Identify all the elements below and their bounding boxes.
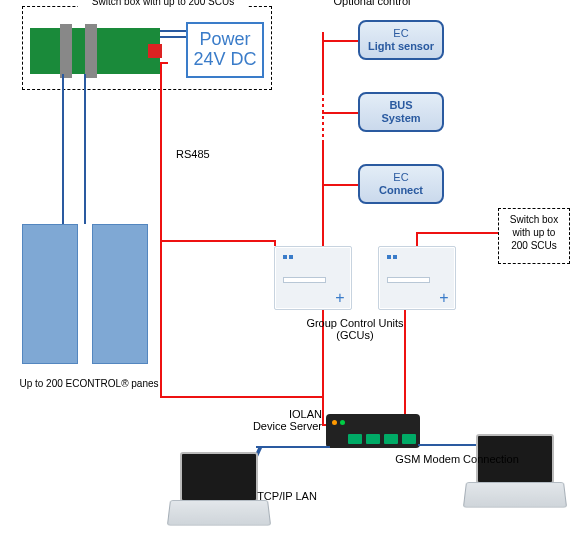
connect-line1: EC xyxy=(360,171,442,184)
iolan-label: IOLAN Device Server xyxy=(236,408,322,432)
power-box: Power 24V DC xyxy=(186,22,264,78)
connect-line2: Connect xyxy=(360,184,442,197)
panes-label: Up to 200 ECONTROL® panes xyxy=(14,378,164,389)
light-line1: EC xyxy=(360,27,442,40)
power-line2: 24V DC xyxy=(188,50,262,70)
bus-line2: System xyxy=(360,112,442,125)
optional-control-label: Optional control xyxy=(322,0,422,7)
power-line1: Power xyxy=(188,30,262,50)
bus-system: BUS System xyxy=(358,92,444,132)
switch-box-1-label: Switch box with up to 200 SCUs xyxy=(78,0,248,8)
switch-box-2-label: Switch box with up to 200 SCUs xyxy=(500,213,568,252)
dotted-connection xyxy=(322,92,324,140)
econtrol-pane-1 xyxy=(22,224,78,364)
econtrol-pane-2 xyxy=(92,224,148,364)
ec-connect: EC Connect xyxy=(358,164,444,204)
gcu-label: Group Control Units (GCUs) xyxy=(290,317,420,341)
light-line2: Light sensor xyxy=(360,40,442,53)
plus-icon: + xyxy=(437,291,451,305)
bus-line1: BUS xyxy=(360,99,442,112)
device-server-icon xyxy=(326,414,420,448)
gcu-1: + xyxy=(274,246,352,310)
plus-icon: + xyxy=(333,291,347,305)
rs485-label: RS485 xyxy=(176,148,226,160)
lan-label: TCP/IP LAN xyxy=(242,490,332,502)
ec-light-sensor: EC Light sensor xyxy=(358,20,444,60)
gcu-2: + xyxy=(378,246,456,310)
circuit-board-icon xyxy=(30,28,160,74)
gsm-label: GSM Modem Connection xyxy=(382,453,532,465)
